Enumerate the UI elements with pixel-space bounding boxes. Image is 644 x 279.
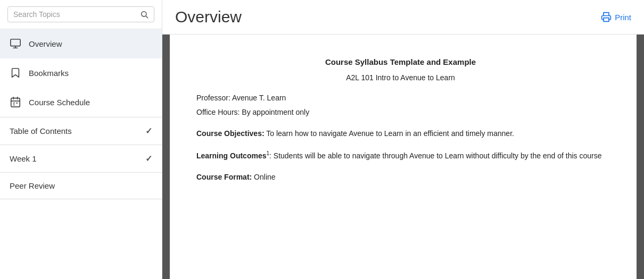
svg-line-1 [146,16,148,18]
nav-items: Overview Bookmarks [0,29,162,117]
doc-professor: Professor: Avenue T. Learn [196,92,605,104]
doc-office-hours: Office Hours: By appointment only [196,106,605,118]
print-icon [601,12,612,22]
print-label: Print [615,13,631,22]
course-objectives-label: Course Objectives: [196,129,265,138]
sidebar-item-course-schedule-label: Course Schedule [29,98,90,107]
toc-item-peer-review-label: Peer Review [10,181,55,190]
search-container [0,0,162,29]
page-title: Overview [175,8,242,26]
svg-rect-12 [604,18,609,22]
sidebar-item-overview[interactable]: Overview [0,29,162,58]
content-area: Course Syllabus Template and Example A2L… [162,35,644,279]
right-bar [637,35,644,279]
toc-item-week-1[interactable]: Week 1 ✓ [0,145,162,172]
calendar-icon [10,96,21,108]
sidebar-item-bookmarks-label: Bookmarks [29,69,69,78]
svg-rect-5 [11,98,20,107]
course-format-label: Course Format: [196,173,252,181]
overview-icon [10,38,21,49]
toc-item-table-of-contents[interactable]: Table of Contents ✓ [0,117,162,145]
main-content: Overview Print Course Syllabus Template … [162,0,644,279]
search-icon [140,10,148,19]
print-button[interactable]: Print [601,12,631,22]
search-input[interactable] [13,10,140,19]
toc-section: Table of Contents ✓ Week 1 ✓ Peer Review [0,117,162,199]
toc-check-icon: ✓ [145,126,152,136]
toc-item-week1-label: Week 1 [10,154,37,163]
main-header: Overview Print [162,0,644,35]
course-objectives-text: To learn how to navigate Avenue to Learn… [265,129,514,138]
week1-check-icon: ✓ [145,154,152,164]
sidebar-item-course-schedule[interactable]: Course Schedule [0,88,162,117]
bookmark-icon [10,67,21,79]
course-format-text: Online [252,173,275,181]
doc-course-objectives: Course Objectives: To learn how to navig… [196,128,605,139]
document-content: Course Syllabus Template and Example A2L… [170,35,637,279]
doc-title: Course Syllabus Template and Example [196,56,605,69]
toc-item-peer-review[interactable]: Peer Review [0,172,162,199]
doc-course-format: Course Format: Online [196,171,605,183]
sidebar-item-overview-label: Overview [29,39,62,48]
doc-learning-outcomes: Learning Outcomes1: Students will be abl… [196,149,605,162]
learning-outcomes-text: : Students will be able to navigate thro… [269,151,601,159]
left-bar [162,35,170,279]
svg-rect-2 [11,39,20,46]
sidebar: Overview Bookmarks [0,0,162,279]
search-box [7,6,154,22]
toc-item-toc-label: Table of Contents [10,126,72,136]
doc-subtitle: A2L 101 Intro to Avenue to Learn [196,72,605,83]
learning-outcomes-label: Learning Outcomes [196,151,266,159]
sidebar-item-bookmarks[interactable]: Bookmarks [0,58,162,88]
search-button[interactable] [140,10,148,19]
